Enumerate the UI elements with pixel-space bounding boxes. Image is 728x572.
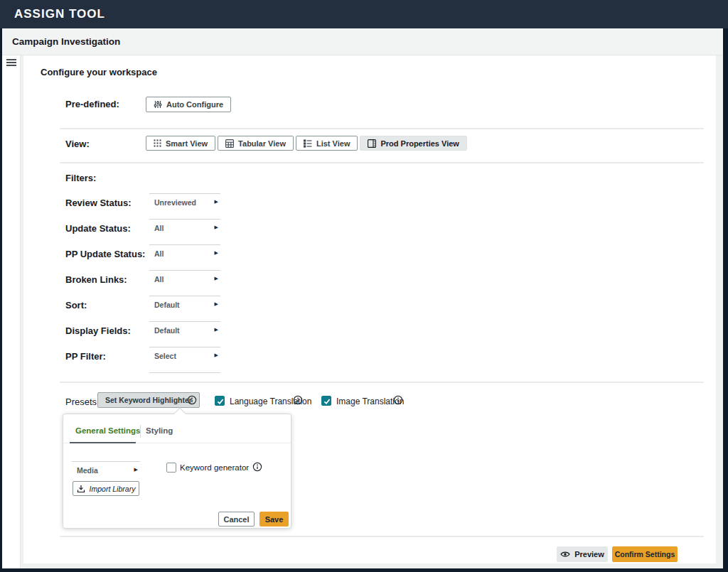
keyword-generator-checkbox[interactable] [166, 463, 176, 473]
eye-icon [560, 550, 570, 558]
pp-filter-dropdown[interactable]: Select ▶ [149, 347, 220, 360]
keyword-highlighter-popover: General Settings Styling Media ▶ Keyword… [63, 414, 291, 529]
pp-update-status-dropdown[interactable]: All ▶ [149, 244, 220, 258]
section-divider [60, 128, 704, 129]
workspace-panel: Configure your workspace Pre-defined: Au… [23, 55, 716, 563]
sort-dropdown[interactable]: Default ▶ [149, 296, 220, 309]
grid-icon [154, 139, 161, 147]
info-icon[interactable] [293, 395, 303, 405]
view-button-group: Smart View Tabular View [146, 136, 467, 151]
page-title: Campaign Investigation [2, 28, 723, 55]
filter-row-broken-links: Broken Links: All ▶ [65, 270, 563, 293]
active-tab-underline [70, 442, 136, 443]
chevron-right-icon: ▶ [215, 327, 218, 333]
presets-label: Presets [65, 396, 97, 407]
document-panel-icon [368, 139, 376, 148]
chevron-right-icon: ▶ [215, 225, 218, 230]
app-window: ASSIGN TOOL Campaign Investigation Confi… [0, 0, 728, 572]
footer-divider [60, 536, 704, 537]
filter-row-pp-update-status: PP Update Status: All ▶ [65, 244, 563, 267]
smart-view-button[interactable]: Smart View [146, 136, 215, 151]
auto-configure-button[interactable]: Auto Configure [146, 97, 231, 112]
chevron-right-icon: ▶ [134, 467, 138, 473]
filter-row-review-status: Review Status: Unreviewed ▶ [65, 193, 563, 216]
info-icon[interactable] [252, 462, 262, 472]
tab-styling[interactable]: Styling [146, 426, 173, 435]
tabular-view-button[interactable]: Tabular View [218, 136, 294, 151]
filter-row-display-fields: Display Fields: Default ▶ [65, 321, 563, 344]
tab-general-settings[interactable]: General Settings [75, 426, 140, 435]
app-title: ASSIGN TOOL [0, 0, 728, 28]
view-label: View: [65, 139, 90, 149]
language-translation-checkbox[interactable] [215, 396, 225, 406]
filters-label: Filters: [65, 173, 96, 183]
popover-caret [174, 408, 186, 420]
cancel-button[interactable]: Cancel [218, 512, 255, 527]
chevron-right-icon: ▶ [215, 276, 218, 281]
broken-links-dropdown[interactable]: All ▶ [149, 270, 220, 284]
collapsed-sidebar [2, 55, 21, 568]
tab-divider [140, 425, 141, 438]
sliders-icon [154, 100, 162, 109]
info-icon[interactable] [187, 395, 197, 405]
prod-properties-view-button[interactable]: Prod Properties View [360, 136, 466, 151]
section-divider [60, 162, 704, 163]
app-header: ASSIGN TOOL [0, 0, 728, 28]
chevron-right-icon: ▶ [215, 250, 218, 256]
preview-button[interactable]: Preview [557, 546, 608, 562]
filter-row-pp-filter: PP Filter: Select ▶ [65, 347, 563, 369]
chevron-right-icon: ▶ [215, 199, 218, 205]
section-title: Configure your workspace [41, 67, 157, 77]
list-view-button[interactable]: List View [296, 136, 358, 151]
list-icon [304, 139, 312, 148]
confirm-settings-button[interactable]: Confirm Settings [612, 546, 678, 562]
review-status-dropdown[interactable]: Unreviewed ▶ [149, 193, 220, 207]
page-subheader: Campaign Investigation [2, 28, 723, 55]
import-icon [77, 485, 85, 493]
dropdown-end-line [149, 372, 220, 373]
image-translation-checkbox[interactable] [321, 396, 331, 406]
filter-row-sort: Sort: Default ▶ [65, 296, 563, 318]
hamburger-menu-icon[interactable] [6, 59, 16, 67]
keyword-generator-label: Keyword generator [180, 463, 249, 472]
filter-row-update-status: Update Status: All ▶ [65, 219, 563, 242]
import-library-button[interactable]: Import Library [73, 481, 139, 496]
info-icon[interactable] [393, 395, 403, 405]
table-icon [225, 139, 234, 148]
predefined-label: Pre-defined: [65, 99, 119, 109]
chevron-right-icon: ▶ [215, 352, 218, 358]
update-status-dropdown[interactable]: All ▶ [149, 219, 220, 232]
save-button[interactable]: Save [259, 512, 289, 527]
section-divider [60, 382, 704, 383]
media-dropdown[interactable]: Media ▶ [72, 461, 140, 475]
content-area: Configure your workspace Pre-defined: Au… [2, 55, 723, 568]
chevron-right-icon: ▶ [215, 301, 218, 307]
display-fields-dropdown[interactable]: Default ▶ [149, 321, 220, 335]
set-keyword-highlighter-button[interactable]: Set Keyword Highlighter [97, 392, 200, 408]
